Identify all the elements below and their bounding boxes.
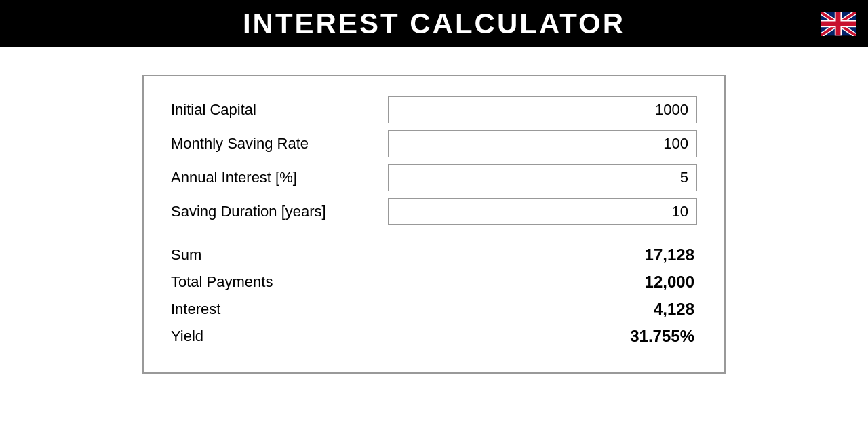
uk-flag-icon bbox=[821, 12, 856, 36]
sum-value: 17,128 bbox=[388, 245, 697, 264]
app-title: INTEREST CALCULATOR bbox=[243, 7, 625, 40]
app-header: INTEREST CALCULATOR bbox=[0, 0, 868, 47]
total-payments-label: Total Payments bbox=[171, 273, 388, 291]
initial-capital-input[interactable] bbox=[388, 96, 697, 123]
interest-row: Interest 4,128 bbox=[171, 300, 697, 319]
total-payments-row: Total Payments 12,000 bbox=[171, 273, 697, 292]
monthly-saving-rate-label: Monthly Saving Rate bbox=[171, 135, 388, 153]
initial-capital-row: Initial Capital bbox=[171, 96, 697, 123]
initial-capital-label: Initial Capital bbox=[171, 101, 388, 119]
saving-duration-row: Saving Duration [years] bbox=[171, 198, 697, 225]
yield-label: Yield bbox=[171, 328, 388, 345]
annual-interest-input[interactable] bbox=[388, 164, 697, 191]
monthly-saving-rate-input[interactable] bbox=[388, 130, 697, 157]
interest-label: Interest bbox=[171, 300, 388, 318]
total-payments-value: 12,000 bbox=[388, 273, 697, 292]
interest-value: 4,128 bbox=[388, 300, 697, 319]
sum-row: Sum 17,128 bbox=[171, 245, 697, 264]
svg-rect-8 bbox=[821, 22, 856, 26]
yield-row: Yield 31.755% bbox=[171, 327, 697, 346]
yield-value: 31.755% bbox=[388, 327, 697, 346]
annual-interest-label: Annual Interest [%] bbox=[171, 169, 388, 186]
monthly-saving-rate-row: Monthly Saving Rate bbox=[171, 130, 697, 157]
saving-duration-label: Saving Duration [years] bbox=[171, 203, 388, 220]
language-flag[interactable] bbox=[821, 12, 856, 36]
main-content: Initial Capital Monthly Saving Rate Annu… bbox=[0, 47, 868, 401]
sum-label: Sum bbox=[171, 246, 388, 264]
annual-interest-row: Annual Interest [%] bbox=[171, 164, 697, 191]
saving-duration-input[interactable] bbox=[388, 198, 697, 225]
calculator-box: Initial Capital Monthly Saving Rate Annu… bbox=[142, 75, 726, 374]
